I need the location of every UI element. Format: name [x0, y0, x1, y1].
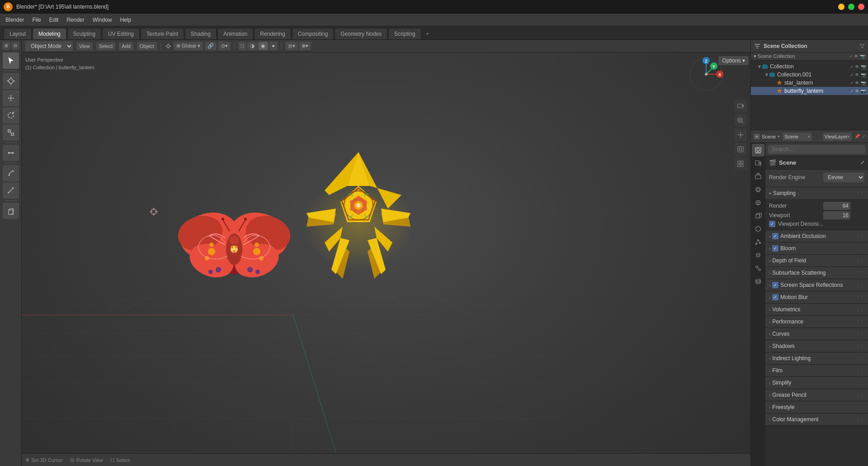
menu-render[interactable]: Render	[63, 15, 88, 24]
section-header-curves[interactable]: ›Curves⋮⋮	[765, 328, 868, 340]
tool-rotate[interactable]	[3, 107, 19, 124]
properties-search-input[interactable]	[768, 145, 865, 154]
object-menu[interactable]: Object	[137, 42, 157, 50]
prop-btn-modifier[interactable]	[752, 223, 764, 235]
tab-texture-paint[interactable]: Texture Paint	[141, 28, 184, 39]
section-checkbox[interactable]: ✓	[772, 282, 778, 288]
overlay-btn[interactable]: ◎▾	[285, 42, 298, 50]
section-header-motion-blur[interactable]: ›✓Motion Blur⋮⋮	[765, 291, 868, 303]
denoising-checkbox[interactable]: ✓	[769, 221, 775, 227]
tab-modeling[interactable]: Modeling	[33, 28, 66, 39]
view-menu[interactable]: View	[76, 42, 93, 50]
add-menu[interactable]: Add	[119, 42, 133, 50]
tool-select[interactable]	[3, 52, 19, 69]
section-checkbox[interactable]: ✓	[772, 245, 778, 252]
proportional-edit-btn[interactable]: ⊙▾	[218, 42, 231, 50]
tool-cursor[interactable]	[3, 73, 19, 89]
sampling-header[interactable]: ▾ Sampling ⋮⋮	[765, 187, 868, 199]
render-engine-select[interactable]: Eevee Cycles	[823, 172, 864, 182]
viewport-3d[interactable]: Object Mode View Select Add Object ⊕ Glo…	[22, 40, 750, 466]
tab-rendering[interactable]: Rendering	[254, 28, 291, 39]
tool-mode-2[interactable]: ⊟	[11, 42, 19, 50]
scene-dropdown-icon[interactable]: ▾	[778, 134, 780, 139]
tab-layout[interactable]: Layout	[4, 28, 32, 39]
pin-icon[interactable]: 📌	[854, 134, 860, 139]
rendered-btn[interactable]: ●	[269, 42, 278, 50]
outliner-item-star-lantern[interactable]: ▾ star_lantern ✓ 👁 📷	[751, 79, 868, 87]
prop-btn-constraints[interactable]	[752, 262, 764, 275]
viewlayer-dropdown[interactable]: ViewLayer ▾	[823, 133, 852, 141]
solid-btn[interactable]: ◑	[247, 42, 257, 50]
prop-btn-data[interactable]	[752, 275, 764, 288]
tool-scale[interactable]	[3, 124, 19, 141]
section-header-subsurface-scattering[interactable]: ›Subsurface Scattering⋮⋮	[765, 267, 868, 279]
section-header-indirect-lighting[interactable]: ›Indirect Lighting⋮⋮	[765, 352, 868, 364]
section-header-bloom[interactable]: ›✓Bloom⋮⋮	[765, 243, 868, 254]
tool-move[interactable]	[3, 90, 19, 106]
menu-window[interactable]: Window	[89, 15, 116, 24]
scene-dropdown[interactable]: Scene ▾	[783, 133, 811, 141]
view-scene-btn[interactable]	[734, 143, 747, 156]
section-header-freestyle[interactable]: ›Freestyle⋮⋮	[765, 401, 868, 413]
viewport-options-button[interactable]: Options ▾	[718, 56, 749, 65]
view-pan-btn[interactable]	[734, 128, 747, 141]
viewport-samples-input[interactable]	[823, 211, 850, 219]
tab-scripting[interactable]: Scripting	[388, 28, 421, 39]
prop-btn-output[interactable]	[752, 157, 764, 170]
tool-transform[interactable]	[3, 145, 19, 161]
view-camera-btn[interactable]	[734, 100, 747, 112]
select-menu[interactable]: Select	[96, 42, 116, 50]
section-checkbox[interactable]: ✓	[772, 233, 778, 239]
section-header-ambient-occlusion[interactable]: ›✓Ambient Occlusion⋮⋮	[765, 230, 868, 242]
material-preview-btn[interactable]: ◉	[258, 42, 268, 50]
expand-icon[interactable]: ⤢	[862, 134, 865, 139]
tab-animation[interactable]: Animation	[217, 28, 253, 39]
star-lantern-object[interactable]	[297, 143, 420, 306]
prop-btn-physics[interactable]	[752, 249, 764, 262]
section-header-volumetrics[interactable]: ›Volumetrics⋮⋮	[765, 304, 868, 315]
close-button[interactable]	[858, 4, 864, 10]
filter-icon[interactable]	[859, 43, 865, 49]
section-header-film[interactable]: ›Film⋮⋮	[765, 365, 868, 376]
maximize-button[interactable]	[848, 4, 854, 10]
add-workspace-button[interactable]: +	[422, 29, 433, 39]
prop-btn-object[interactable]	[752, 209, 764, 222]
tool-measure[interactable]	[3, 182, 19, 199]
butterfly-lantern-object[interactable]	[175, 161, 293, 306]
section-header-performance[interactable]: ›Performance⋮⋮	[765, 316, 868, 328]
view-grid-btn[interactable]	[734, 157, 747, 170]
minimize-button[interactable]	[838, 4, 844, 10]
snapping-btn[interactable]: 🔗	[205, 42, 217, 50]
scene-background[interactable]: User Perspective (1) Collection | butter…	[22, 52, 750, 466]
gizmo-btn[interactable]: ⊕▾	[299, 42, 311, 50]
render-samples-input[interactable]	[823, 202, 850, 210]
section-header-grease-pencil[interactable]: ›Grease Pencil⋮⋮	[765, 389, 868, 401]
prop-btn-world[interactable]	[752, 196, 764, 209]
view-zoom-in-btn[interactable]	[734, 114, 747, 127]
prop-btn-viewlayer[interactable]	[752, 170, 764, 183]
section-header-shadows[interactable]: ›Shadows⋮⋮	[765, 340, 868, 352]
menu-blender[interactable]: Blender	[2, 15, 28, 24]
outliner-item-butterfly-lantern[interactable]: ▾ butterfly_lantern ✓ 👁 📷	[751, 87, 868, 95]
menu-help[interactable]: Help	[116, 15, 135, 24]
section-checkbox[interactable]: ✓	[772, 294, 778, 300]
tab-geometry-nodes[interactable]: Geometry Nodes	[335, 28, 387, 39]
properties-expand-btn[interactable]: ⤢	[860, 160, 864, 166]
tab-shading[interactable]: Shading	[185, 28, 217, 39]
outliner-item-collection001[interactable]: ▾ Collection.001 ✓ 👁 📷	[751, 71, 868, 79]
tab-uv-editing[interactable]: UV Editing	[102, 28, 140, 39]
tool-annotate[interactable]	[3, 165, 19, 181]
prop-btn-render[interactable]	[752, 144, 764, 157]
tab-compositing[interactable]: Compositing	[292, 28, 334, 39]
section-header-simplify[interactable]: ›Simplify⋮⋮	[765, 377, 868, 389]
tool-mode-1[interactable]: ⊞	[2, 42, 10, 50]
transform-global-select[interactable]: ⊕ Global ▾	[174, 42, 203, 50]
prop-btn-scene[interactable]	[752, 183, 764, 196]
object-mode-select[interactable]: Object Mode	[25, 41, 73, 51]
section-header-depth-of-field[interactable]: ›Depth of Field⋮⋮	[765, 255, 868, 266]
menu-file[interactable]: File	[28, 15, 44, 24]
menu-edit[interactable]: Edit	[46, 15, 62, 24]
section-header-screen-space-reflections[interactable]: ›✓Screen Space Reflections⋮⋮	[765, 279, 868, 291]
prop-btn-particles[interactable]	[752, 236, 764, 248]
outliner-item-collection[interactable]: ▾ Collection ✓ 👁 📷	[751, 62, 868, 71]
